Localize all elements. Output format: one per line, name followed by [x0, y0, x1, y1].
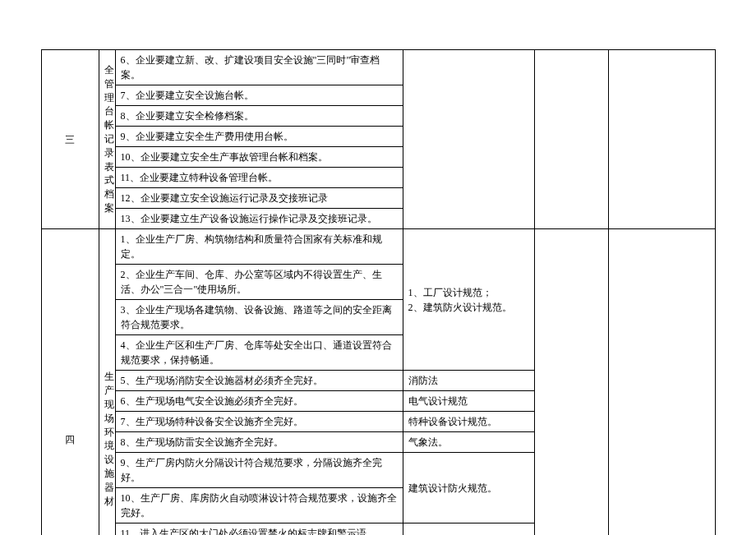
- section-category-3: 全管理台帐记录表式档案: [99, 50, 115, 229]
- blank-cell: [534, 229, 608, 536]
- item-text: 7、企业要建立安全设施台帐。: [115, 85, 403, 106]
- item-text: 11、企业要建立特种设备管理台帐。: [115, 168, 403, 188]
- blank-cell: [608, 229, 715, 536]
- item-text: 1、企业生产厂房、构筑物结构和质量符合国家有关标准和规定。: [115, 229, 403, 265]
- group-ref-1-4: 1、工厂设计规范； 2、建筑防火设计规范。: [403, 229, 534, 371]
- blank-cell: [608, 50, 715, 229]
- item-text: 6、企业要建立新、改、扩建设项目安全设施"三同时"审查档案。: [115, 50, 403, 85]
- item-text: 3、企业生产现场各建筑物、设备设施、路道等之间的安全距离符合规范要求。: [115, 300, 403, 335]
- section-category-4: 生产现场环境设施器材: [99, 229, 115, 536]
- item-ref: 电气设计规范: [403, 391, 534, 412]
- item-text: 10、企业要建立安全生产事故管理台帐和档案。: [115, 147, 403, 168]
- item-text: 6、生产现场电气安全设施必须齐全完好。: [115, 391, 403, 412]
- item-text: 5、生产现场消防安全设施器材必须齐全完好。: [115, 371, 403, 391]
- item-text: 10、生产厂房、库房防火自动喷淋设计符合规范要求，设施齐全完好。: [115, 488, 403, 523]
- item-ref: 特种设备设计规范。: [403, 412, 534, 432]
- blank-cell: [534, 50, 608, 229]
- section-index-3: 三: [41, 50, 99, 229]
- item-ref: 气象法。: [403, 432, 534, 453]
- item-text: 4、企业生产区和生产厂房、仓库等处安全出口、通道设置符合规范要求，保持畅通。: [115, 335, 403, 371]
- item-text: 9、生产厂房内防火分隔设计符合规范要求，分隔设施齐全完好。: [115, 453, 403, 488]
- item-text: 7、生产现场特种设备安全设施齐全完好。: [115, 412, 403, 432]
- item-text: 8、生产现场防雷安全设施齐全完好。: [115, 432, 403, 453]
- item-text: 11、进入生产区的大门处必须设置禁火的标志牌和警示语。: [115, 523, 403, 536]
- group-ref-9-10: 建筑设计防火规范。: [403, 453, 534, 523]
- item-text: 9、企业要建立安全生产费用使用台帐。: [115, 127, 403, 147]
- item-text: 2、企业生产车间、仓库、办公室等区域内不得设置生产、生活、办公"三合一"使用场所…: [115, 265, 403, 300]
- item-ref: 消防法: [403, 371, 534, 391]
- item-text: 8、企业要建立安全检修档案。: [115, 106, 403, 127]
- section-index-4: 四: [41, 229, 99, 536]
- group-ref-11-12: 1、法 18 条； 2、消防管理规定。: [403, 523, 534, 536]
- item-text: 13、企业要建立生产设备设施运行操作记录及交接班记录。: [115, 209, 403, 229]
- item-text: 12、企业要建立安全设施运行记录及交接班记录: [115, 188, 403, 209]
- section-3-ref: [403, 50, 534, 229]
- standards-table: 三 全管理台帐记录表式档案 6、企业要建立新、改、扩建设项目安全设施"三同时"审…: [41, 49, 716, 535]
